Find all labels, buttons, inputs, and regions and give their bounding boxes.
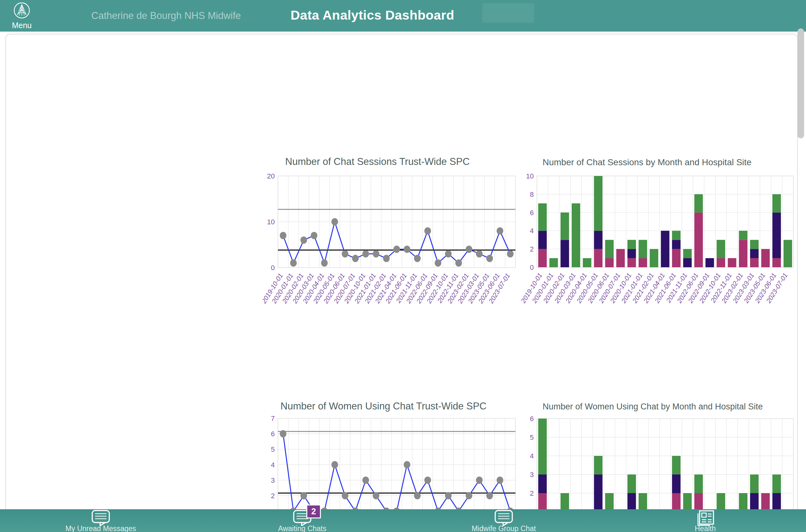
page-title: Data Analytics Dashboard bbox=[291, 0, 455, 32]
nav-my-unread-messages[interactable]: My Unread Messages bbox=[0, 509, 202, 532]
bar-chat-sessions-chart: 02468102019-10-012020-01-012020-02-01202… bbox=[521, 170, 798, 325]
bar-women-title: Number of Women Using Chat by Month and … bbox=[543, 402, 763, 412]
svg-text:5: 5 bbox=[271, 445, 275, 453]
chat-bubble-icon: 2 bbox=[292, 510, 312, 524]
spc-chat-sessions-title: Number of Chat Sessions Trust-Wide SPC bbox=[285, 156, 469, 167]
top-app-bar: Menu Catherine de Bourgh NHS Midwife Dat… bbox=[0, 0, 806, 32]
svg-text:0: 0 bbox=[530, 264, 534, 271]
bar-chat-sessions-title: Number of Chat Sessions by Month and Hos… bbox=[543, 157, 751, 167]
nav-health[interactable]: Health bbox=[604, 509, 806, 532]
svg-text:0: 0 bbox=[271, 264, 275, 272]
svg-text:4: 4 bbox=[530, 227, 534, 235]
svg-text:6: 6 bbox=[530, 415, 534, 423]
svg-text:2: 2 bbox=[530, 245, 534, 253]
awaiting-chats-badge: 2 bbox=[306, 505, 321, 518]
nav-awaiting-chats[interactable]: 2 Awaiting Chats bbox=[202, 509, 403, 532]
svg-text:4: 4 bbox=[271, 461, 275, 469]
svg-text:2: 2 bbox=[530, 489, 534, 497]
bottom-nav-bar: My Unread Messages 2 Awaiting Chats Midw… bbox=[0, 509, 806, 532]
svg-text:7: 7 bbox=[271, 415, 275, 422]
vertical-scrollbar[interactable] bbox=[798, 28, 804, 138]
svg-text:6: 6 bbox=[530, 209, 534, 217]
svg-text:4: 4 bbox=[530, 452, 534, 460]
chat-bubble-icon bbox=[91, 510, 111, 524]
svg-text:2: 2 bbox=[271, 492, 275, 500]
svg-text:6: 6 bbox=[271, 430, 275, 438]
chat-bubble-icon bbox=[494, 510, 514, 524]
svg-text:10: 10 bbox=[267, 218, 275, 226]
svg-text:10: 10 bbox=[526, 172, 534, 180]
svg-text:5: 5 bbox=[530, 433, 534, 441]
menu-label: Menu bbox=[12, 21, 32, 30]
menu-logo-icon bbox=[13, 2, 30, 20]
spc-women-title: Number of Women Using Chat Trust-Wide SP… bbox=[281, 401, 486, 412]
header-placeholder bbox=[482, 3, 534, 23]
svg-text:3: 3 bbox=[530, 471, 534, 479]
organisation-name: Catherine de Bourgh NHS Midwife bbox=[91, 0, 241, 32]
svg-text:8: 8 bbox=[530, 190, 534, 198]
menu-button[interactable]: Menu bbox=[4, 1, 39, 30]
news-icon bbox=[695, 510, 715, 524]
nav-midwife-group-chat[interactable]: Midwife Group Chat bbox=[403, 509, 604, 532]
svg-text:20: 20 bbox=[267, 172, 275, 180]
svg-text:3: 3 bbox=[271, 476, 275, 484]
spc-chat-sessions-chart: 010202019-10-012020-01-012020-02-012020-… bbox=[263, 170, 520, 326]
